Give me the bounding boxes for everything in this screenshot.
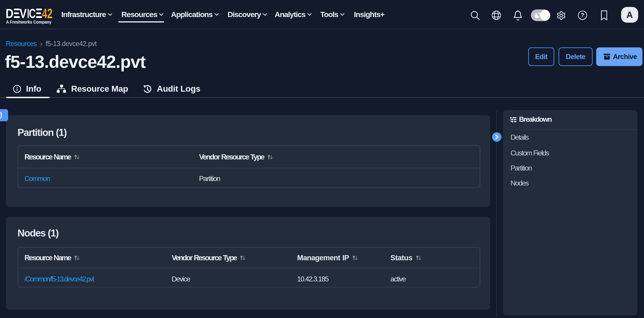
svg-text:A Freshworks Company: A Freshworks Company (6, 19, 52, 25)
svg-text:C: C (29, 8, 36, 21)
svg-text:V: V (20, 8, 27, 21)
svg-text:?: ? (581, 12, 584, 19)
svg-text:D: D (6, 8, 14, 21)
